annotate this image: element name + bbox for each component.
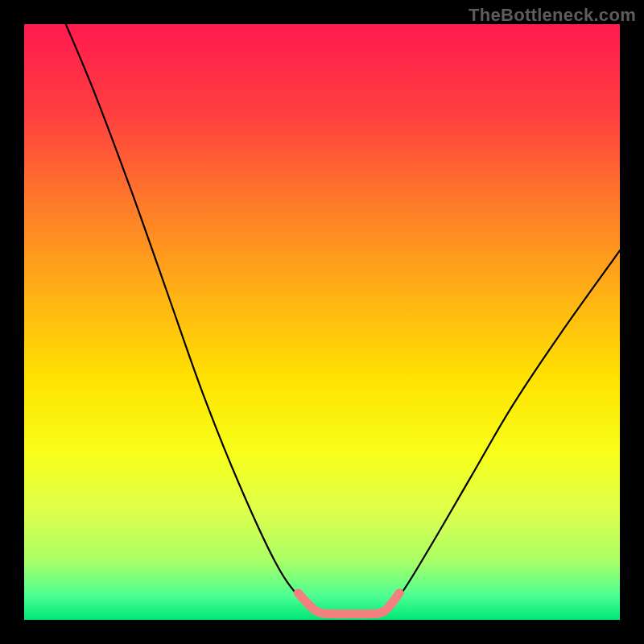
plot-area	[24, 24, 620, 620]
gradient-background	[24, 24, 620, 620]
watermark-text: TheBottleneck.com	[469, 5, 636, 26]
chart-svg	[24, 24, 620, 620]
chart-frame: TheBottleneck.com	[0, 0, 644, 644]
